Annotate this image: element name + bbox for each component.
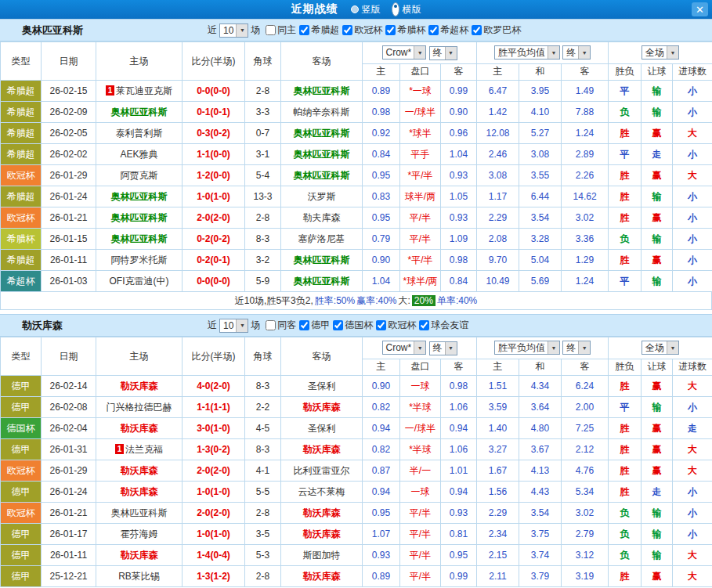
home-team-link[interactable]: 奥林匹亚科斯: [111, 233, 168, 244]
filter-checkbox[interactable]: 欧罗巴杯: [472, 23, 521, 37]
asia-final-select[interactable]: 终▼: [429, 341, 457, 355]
games-count-select[interactable]: 10▼: [219, 319, 248, 333]
score-cell: 2-0(2-0): [183, 207, 245, 229]
matches-table: 类型日期主场比分(半场)角球客场Crow*▼ 终▼胜平负均值▼ 终▼全场▼主盘口…: [0, 41, 712, 292]
radio-icon[interactable]: [392, 2, 399, 16]
home-team-link[interactable]: OFI克雷迪(中): [110, 276, 169, 287]
away-team-link[interactable]: 沃罗斯: [308, 191, 336, 202]
filter-checkbox[interactable]: 同主: [266, 23, 296, 37]
radio-icon[interactable]: [351, 5, 359, 13]
scope-select[interactable]: 全场▼: [642, 45, 679, 60]
away-team-link[interactable]: 圣保利: [308, 423, 336, 434]
europe-mean-select[interactable]: 胜平负均值▼: [494, 45, 560, 60]
handicap-cell: *球半/两: [400, 271, 441, 292]
away-team-link[interactable]: 圣保利: [308, 381, 336, 391]
checkbox-icon[interactable]: [299, 320, 309, 330]
asia-home-odds: 0.95: [363, 165, 400, 186]
away-team-link[interactable]: 塞萨洛尼基: [298, 233, 345, 244]
filter-checkbox[interactable]: 德甲: [299, 319, 330, 332]
euro-home-odds: 2.34: [477, 524, 519, 545]
home-team-link[interactable]: 霍芬海姆: [121, 528, 158, 539]
asia-final-select[interactable]: 终▼: [429, 46, 457, 60]
europe-final-select[interactable]: 终▼: [562, 45, 591, 60]
games-count-select-value: 10: [223, 25, 233, 36]
away-team-link[interactable]: 云达不莱梅: [298, 486, 345, 497]
scope-select[interactable]: 全场▼: [642, 341, 679, 355]
home-team-link[interactable]: 门兴格拉德巴赫: [107, 402, 172, 413]
filter-checkbox[interactable]: 希超杯: [428, 23, 468, 37]
away-team-link[interactable]: 勒沃库森: [303, 507, 341, 518]
checkbox-icon[interactable]: [428, 25, 439, 35]
home-team-link[interactable]: 奥林匹亚科斯: [111, 212, 168, 223]
home-team-link[interactable]: 奥林匹亚科斯: [111, 507, 168, 518]
europe-mean-select[interactable]: 胜平负均值▼: [494, 341, 560, 355]
home-team-link[interactable]: 阿贾克斯: [121, 170, 158, 181]
wdl-result: 胜: [609, 439, 642, 460]
away-team-link[interactable]: 奥林匹亚科斯: [294, 276, 350, 287]
home-team-link[interactable]: 奥林匹亚科斯: [111, 191, 168, 202]
wdl-result: 胜: [609, 186, 642, 207]
filter-checkbox[interactable]: 欧冠杯: [342, 23, 382, 37]
away-team-link[interactable]: 勒沃库森: [303, 444, 341, 455]
filter-checkbox[interactable]: 德国杯: [333, 319, 373, 332]
home-team-link[interactable]: AEK雅典: [120, 149, 157, 160]
home-team-link[interactable]: 勒沃库森: [121, 550, 158, 561]
europe-final-select[interactable]: 终▼: [562, 341, 591, 355]
recent-results-dialog: 近期战绩 竖版横版 ✕ 奥林匹亚科斯近10▼场同主希腊超欧冠杯希腊杯希超杯欧罗巴…: [0, 0, 712, 587]
checkbox-icon[interactable]: [266, 25, 276, 35]
summary-text: 大:: [399, 294, 410, 308]
home-team-link[interactable]: 勒沃库森: [121, 381, 158, 391]
away-team-link[interactable]: 奥林匹亚科斯: [294, 128, 350, 139]
filter-checkbox[interactable]: 希腊超: [299, 23, 339, 37]
home-team-link[interactable]: 阿特罗米托斯: [111, 254, 168, 265]
away-team-link[interactable]: 勒沃库森: [303, 571, 341, 582]
checkbox-icon[interactable]: [342, 25, 352, 35]
filter-checkbox[interactable]: 同客: [266, 319, 296, 332]
checkbox-icon[interactable]: [472, 25, 482, 35]
checkbox-icon[interactable]: [385, 25, 396, 35]
home-team-link[interactable]: 勒沃库森: [121, 423, 158, 434]
checkbox-icon[interactable]: [419, 320, 429, 330]
away-team-link[interactable]: 奥林匹亚科斯: [294, 170, 350, 181]
checkbox-icon[interactable]: [266, 320, 276, 330]
euro-home-odds: 2.29: [477, 503, 519, 524]
home-team-link[interactable]: 莱瓦迪亚克斯: [116, 85, 172, 96]
odds-company-select[interactable]: Crow*▼: [382, 341, 427, 355]
home-team-link[interactable]: 奥林匹亚科斯: [111, 106, 168, 117]
checkbox-icon[interactable]: [376, 320, 386, 330]
handicap-result: 走: [642, 144, 673, 165]
match-row: 德甲26-02-08门兴格拉德巴赫1-1(1-1)2-2勒沃库森0.82*半球1…: [1, 397, 712, 418]
chevron-down-icon: ▼: [667, 46, 678, 59]
column-header-type: 类型: [1, 42, 42, 81]
close-button[interactable]: ✕: [692, 2, 708, 16]
view-option-vertical[interactable]: 竖版: [351, 3, 381, 16]
games-count-select[interactable]: 10▼: [219, 23, 248, 38]
away-team-link[interactable]: 比利亚雷亚尔: [294, 465, 350, 476]
home-team-link[interactable]: 法兰克福: [125, 444, 163, 455]
competition-type-badge: 德甲: [1, 397, 42, 418]
away-team-link[interactable]: 帕纳辛奈科斯: [294, 106, 350, 117]
away-team-link[interactable]: 奥林匹亚科斯: [294, 254, 350, 265]
chevron-down-icon: ▼: [236, 24, 248, 37]
filter-checkbox[interactable]: 希腊杯: [385, 23, 425, 37]
away-team-cell: 奥林匹亚科斯: [281, 271, 363, 292]
odds-company-select[interactable]: Crow*▼: [382, 45, 427, 60]
view-option-horizontal[interactable]: 横版: [392, 2, 421, 16]
date-cell: 26-02-04: [42, 418, 96, 439]
away-team-link[interactable]: 奥林匹亚科斯: [294, 149, 350, 160]
checkbox-icon[interactable]: [299, 25, 309, 35]
away-team-link[interactable]: 奥林匹亚科斯: [294, 85, 350, 96]
filter-checkbox[interactable]: 球会友谊: [419, 319, 468, 332]
home-team-link[interactable]: 勒沃库森: [121, 465, 158, 476]
away-team-link[interactable]: 勒沃库森: [303, 528, 341, 539]
euro-away-odds: 3.36: [562, 229, 609, 250]
filter-checkbox[interactable]: 欧冠杯: [376, 319, 416, 332]
away-team-link[interactable]: 斯图加特: [303, 550, 341, 561]
away-team-link[interactable]: 勒沃库森: [303, 402, 341, 413]
wdl-result: 负: [609, 229, 642, 250]
home-team-link[interactable]: 勒沃库森: [121, 486, 158, 497]
away-team-link[interactable]: 勒夫库森: [303, 212, 341, 223]
home-team-link[interactable]: RB莱比锡: [118, 571, 160, 582]
home-team-link[interactable]: 泰利普利斯: [116, 128, 163, 139]
checkbox-icon[interactable]: [333, 320, 343, 330]
